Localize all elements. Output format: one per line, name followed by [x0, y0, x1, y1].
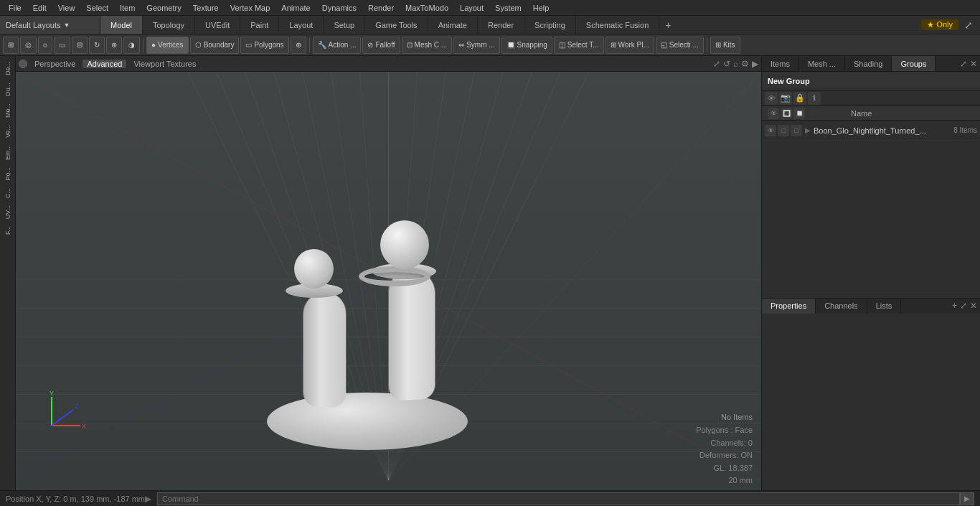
model-ball-right	[380, 220, 429, 269]
tool-snapping[interactable]: 🔲 Snapping	[501, 37, 552, 54]
menu-maxtomodo[interactable]: MaxToModo	[400, 2, 454, 14]
main-area: De... Du... Me... Ve... Em... Po... C...…	[0, 56, 980, 490]
status-arrow-icon[interactable]: ▶	[145, 494, 151, 504]
menu-system[interactable]: System	[489, 2, 527, 14]
tab-render[interactable]: Render	[478, 16, 524, 34]
menu-bar: File Edit View Select Item Geometry Text…	[0, 0, 980, 16]
sidebar-tab-me[interactable]: Me...	[3, 100, 13, 121]
tool-transform[interactable]: ⊟	[72, 37, 88, 54]
panel-tab-shading[interactable]: Shading	[845, 56, 892, 71]
viewport-icon-play[interactable]: ▶	[752, 59, 758, 69]
tool-selecti[interactable]: ◱ Selecti ...	[656, 37, 704, 54]
group-count: 8 Items	[953, 126, 977, 134]
tab-model[interactable]: Model	[100, 16, 143, 34]
layout-dropdown[interactable]: Default Layouts ▼	[0, 16, 100, 34]
groups-icon-info[interactable]: ℹ	[808, 92, 821, 105]
viewport-icon-search[interactable]: ⌕	[733, 59, 738, 69]
tool-grid[interactable]: ⊞	[3, 37, 19, 54]
tool-falloff[interactable]: ⊘ Falloff	[362, 37, 400, 54]
tool-scale[interactable]: ⊕	[106, 37, 122, 54]
bottom-tab-properties[interactable]: Properties	[762, 299, 816, 314]
menu-item[interactable]: Item	[114, 2, 141, 14]
panel-tab-groups[interactable]: Groups	[892, 56, 936, 71]
tab-topology[interactable]: Topology	[143, 16, 195, 34]
tool-rotate[interactable]: ↻	[89, 37, 105, 54]
layout-expand-icon[interactable]: ⤢	[961, 19, 976, 31]
viewport-icon-refresh[interactable]: ↺	[723, 59, 730, 69]
star-only-button[interactable]: ★ Only	[921, 19, 958, 30]
groups-icon-render[interactable]: 📷	[779, 92, 792, 105]
tool-vertices[interactable]: ● Vertices	[146, 37, 189, 54]
tab-animate[interactable]: Animate	[428, 16, 478, 34]
viewport-icon-expand[interactable]: ⤢	[713, 59, 720, 69]
bottom-tab-lists[interactable]: Lists	[867, 299, 902, 314]
bottom-collapse-icon[interactable]: ✕	[970, 301, 977, 311]
col-icon-3: 🔲	[793, 108, 805, 119]
menu-layout[interactable]: Layout	[454, 2, 489, 14]
viewport[interactable]: Perspective Advanced Viewport Textures ⤢…	[16, 56, 761, 490]
menu-geometry[interactable]: Geometry	[141, 2, 187, 14]
sidebar-tab-f[interactable]: F...	[3, 223, 13, 238]
sidebar-tab-du[interactable]: Du...	[3, 80, 13, 99]
sidebar-tab-em[interactable]: Em...	[3, 142, 13, 163]
tab-schematic-fusion[interactable]: Schematic Fusion	[576, 16, 659, 34]
sidebar-tab-po[interactable]: Po...	[3, 164, 13, 184]
scene-canvas[interactable]: X Y Z No Items Polygons : Face Channels:…	[16, 72, 761, 490]
menu-view[interactable]: View	[52, 2, 81, 14]
menu-help[interactable]: Help	[527, 2, 555, 14]
tab-game-tools[interactable]: Game Tools	[365, 16, 428, 34]
bottom-expand-icon[interactable]: ⤢	[960, 301, 967, 311]
menu-vertex-map[interactable]: Vertex Map	[225, 2, 276, 14]
groups-header: New Group	[762, 72, 980, 90]
menu-texture[interactable]: Texture	[187, 2, 225, 14]
viewport-textures[interactable]: Viewport Textures	[129, 60, 200, 68]
panel-expand-icon[interactable]: ⤢	[960, 59, 967, 69]
tab-scripting[interactable]: Scripting	[524, 16, 576, 34]
command-submit-button[interactable]: ▶	[960, 492, 974, 505]
menu-dynamics[interactable]: Dynamics	[316, 2, 362, 14]
groups-icon-eye[interactable]: 👁	[765, 92, 778, 105]
command-input[interactable]	[157, 492, 960, 505]
tool-select-t[interactable]: ◫ Select T...	[554, 37, 604, 54]
menu-render[interactable]: Render	[362, 2, 400, 14]
tool-boundary[interactable]: ⬡ Boundary	[190, 37, 240, 54]
menu-animate[interactable]: Animate	[275, 2, 316, 14]
menu-file[interactable]: File	[3, 2, 27, 14]
menu-select[interactable]: Select	[80, 2, 114, 14]
group-item-icons: 👁 □ □	[765, 125, 802, 136]
tool-kits[interactable]: ⊞ Kits	[710, 37, 740, 54]
model-stem-left	[303, 291, 346, 407]
panel-tab-items[interactable]: Items	[762, 56, 799, 71]
sidebar-tab-uv[interactable]: UV...	[3, 202, 13, 222]
tool-mesh-c[interactable]: ⊡ Mesh C ...	[402, 37, 453, 54]
tool-action[interactable]: 🔧 Action ...	[313, 37, 362, 54]
sidebar-tab-c[interactable]: C...	[3, 185, 13, 201]
sidebar-tab-de[interactable]: De...	[3, 59, 13, 78]
viewport-perspective[interactable]: Perspective	[30, 60, 80, 68]
panel-tab-mesh[interactable]: Mesh ...	[799, 56, 845, 71]
group-item-nightlight[interactable]: 👁 □ □ ▶ Boon_Glo_Nightlight_Turned_... 8…	[762, 121, 980, 141]
tool-select-rect[interactable]: ▭	[54, 37, 70, 54]
panel-collapse-icon[interactable]: ✕	[970, 59, 977, 69]
col-icon-2: 🔳	[781, 108, 792, 119]
bottom-add-icon[interactable]: +	[952, 301, 957, 311]
tab-add-button[interactable]: +	[659, 16, 677, 34]
tool-lasso[interactable]: ⌾	[38, 37, 52, 54]
tab-setup[interactable]: Setup	[324, 16, 365, 34]
viewport-icon-settings[interactable]: ⚙	[741, 59, 749, 69]
tab-layout[interactable]: Layout	[279, 16, 324, 34]
stat-gl: GL: 18,387	[696, 462, 753, 475]
menu-edit[interactable]: Edit	[27, 2, 52, 14]
tool-sphere[interactable]: ◑	[123, 37, 140, 54]
tab-paint[interactable]: Paint	[240, 16, 279, 34]
bottom-tab-channels[interactable]: Channels	[816, 299, 867, 314]
viewport-advanced[interactable]: Advanced	[83, 60, 126, 68]
groups-icon-lock[interactable]: 🔒	[793, 92, 806, 105]
tool-work-pl[interactable]: ⊞ Work Pl...	[606, 37, 654, 54]
tool-circle[interactable]: ◎	[20, 37, 37, 54]
tool-polygons[interactable]: ▭ Polygons	[240, 37, 288, 54]
sidebar-tab-ve[interactable]: Ve...	[3, 122, 13, 141]
tool-symm[interactable]: ⇔ Symm ...	[453, 37, 499, 54]
tool-mode-extra[interactable]: ⊕	[291, 37, 306, 54]
tab-uvedit[interactable]: UVEdit	[195, 16, 240, 34]
